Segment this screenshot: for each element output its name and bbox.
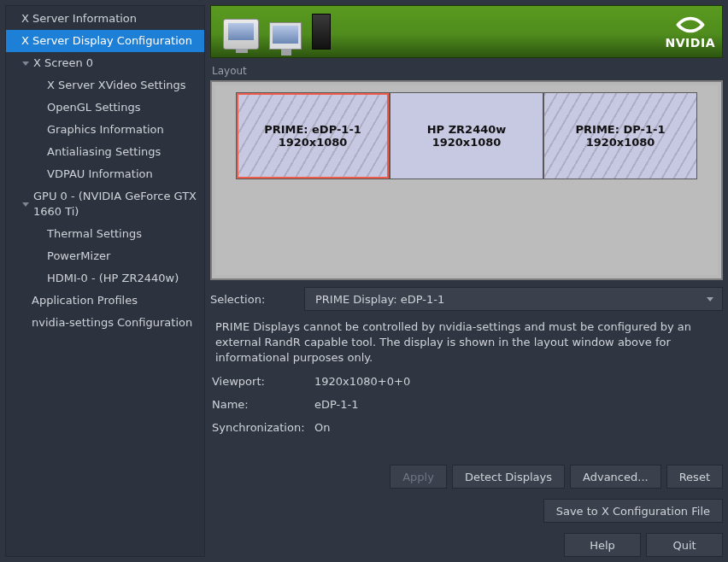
nvidia-eye-icon: [674, 14, 707, 36]
sidebar-item[interactable]: PowerMizer: [6, 245, 204, 267]
button-row-1: Apply Detect Displays Advanced... Reset: [210, 465, 723, 489]
advanced-button[interactable]: Advanced...: [570, 465, 661, 489]
reset-button[interactable]: Reset: [666, 465, 723, 489]
property-grid: Viewport: 1920x1080+0+0 Name: eDP-1-1 Sy…: [210, 375, 723, 434]
detect-displays-button[interactable]: Detect Displays: [452, 465, 565, 489]
display-box[interactable]: HP ZR2440w1920x1080: [390, 92, 543, 179]
sidebar-item-label: PowerMizer: [47, 249, 110, 264]
selection-value: PRIME Display: eDP-1-1: [315, 293, 444, 306]
display-name: PRIME: DP-1-1: [576, 123, 666, 136]
sync-value: On: [314, 421, 723, 434]
layout-box: PRIME: eDP-1-11920x1080HP ZR2440w1920x10…: [210, 80, 723, 280]
display-resolution: 1920x1080: [279, 136, 348, 149]
sidebar-item[interactable]: Graphics Information: [6, 119, 204, 141]
sync-label: Synchronization:: [212, 421, 314, 434]
sidebar-item[interactable]: X Server Information: [6, 8, 204, 30]
display-box[interactable]: PRIME: eDP-1-11920x1080: [236, 92, 390, 179]
display-name: HP ZR2440w: [427, 123, 507, 136]
nvidia-logo: NVIDIA: [666, 14, 715, 50]
sidebar-item-label: X Server Information: [21, 11, 137, 26]
expand-icon[interactable]: [21, 59, 30, 67]
layout-label: Layout: [210, 65, 723, 77]
sidebar-item-label: Thermal Settings: [47, 226, 142, 242]
sidebar-item-label: OpenGL Settings: [47, 100, 141, 115]
main-panel: NVIDIA Layout PRIME: eDP-1-11920x1080HP …: [210, 5, 723, 557]
sidebar-item-label: X Server Display Configuration: [21, 33, 192, 49]
name-label: Name:: [212, 398, 314, 411]
monitor-crt-icon: [223, 19, 259, 50]
name-value: eDP-1-1: [314, 398, 723, 411]
sidebar-item-label: Graphics Information: [47, 122, 164, 138]
sidebar-item[interactable]: VDPAU Information: [6, 163, 204, 185]
button-row-2: Save to X Configuration File: [210, 499, 723, 523]
sidebar-item[interactable]: Application Profiles: [6, 290, 204, 312]
button-row-3: Help Quit: [210, 533, 723, 557]
nvidia-brand-label: NVIDIA: [666, 36, 715, 50]
selection-dropdown[interactable]: PRIME Display: eDP-1-1: [304, 287, 723, 311]
display-box[interactable]: PRIME: DP-1-11920x1080: [543, 92, 697, 179]
sidebar-item[interactable]: X Screen 0: [6, 52, 204, 74]
sidebar-item-label: GPU 0 - (NVIDIA GeForce GTX 1660 Ti): [33, 189, 199, 220]
sidebar-item[interactable]: X Server Display Configuration: [6, 30, 204, 52]
tower-icon: [312, 14, 331, 50]
quit-button[interactable]: Quit: [646, 533, 723, 557]
sidebar-item-label: X Screen 0: [33, 56, 93, 71]
display-name: PRIME: eDP-1-1: [264, 123, 361, 136]
selection-row: Selection: PRIME Display: eDP-1-1: [210, 287, 723, 311]
sidebar-item-label: Antialiasing Settings: [47, 144, 161, 160]
sidebar-item[interactable]: HDMI-0 - (HP ZR2440w): [6, 267, 204, 290]
layout-frame: Layout PRIME: eDP-1-11920x1080HP ZR2440w…: [210, 65, 723, 280]
banner-monitors-icon: [223, 14, 331, 50]
expand-icon[interactable]: [21, 200, 30, 208]
sidebar-item-label: nvidia-settings Configuration: [32, 315, 192, 331]
sidebar-item[interactable]: Thermal Settings: [6, 223, 204, 245]
save-config-button[interactable]: Save to X Configuration File: [543, 499, 723, 523]
display-resolution: 1920x1080: [432, 136, 502, 149]
sidebar-item[interactable]: X Server XVideo Settings: [6, 74, 204, 97]
viewport-value: 1920x1080+0+0: [314, 375, 723, 388]
sidebar-item[interactable]: Antialiasing Settings: [6, 141, 204, 163]
help-button[interactable]: Help: [564, 533, 641, 557]
sidebar-item-label: X Server XVideo Settings: [47, 78, 186, 93]
sidebar-item[interactable]: nvidia-settings Configuration: [6, 312, 204, 334]
selection-label: Selection:: [210, 293, 296, 306]
sidebar-item-label: Application Profiles: [32, 293, 138, 308]
display-resolution: 1920x1080: [586, 136, 655, 149]
sidebar-tree: X Server InformationX Server Display Con…: [5, 5, 205, 557]
apply-button[interactable]: Apply: [390, 465, 447, 489]
layout-canvas[interactable]: PRIME: eDP-1-11920x1080HP ZR2440w1920x10…: [215, 85, 718, 275]
sidebar-item-label: HDMI-0 - (HP ZR2440w): [47, 271, 179, 286]
sidebar-item[interactable]: OpenGL Settings: [6, 97, 204, 119]
sidebar-item[interactable]: GPU 0 - (NVIDIA GeForce GTX 1660 Ti): [6, 185, 204, 223]
prime-info-text: PRIME Displays cannot be controlled by n…: [210, 318, 723, 368]
viewport-label: Viewport:: [212, 375, 314, 388]
sidebar-item-label: VDPAU Information: [47, 167, 153, 182]
chevron-down-icon: [707, 297, 713, 301]
nvidia-banner: NVIDIA: [210, 5, 723, 58]
monitor-flat-icon: [269, 22, 302, 50]
